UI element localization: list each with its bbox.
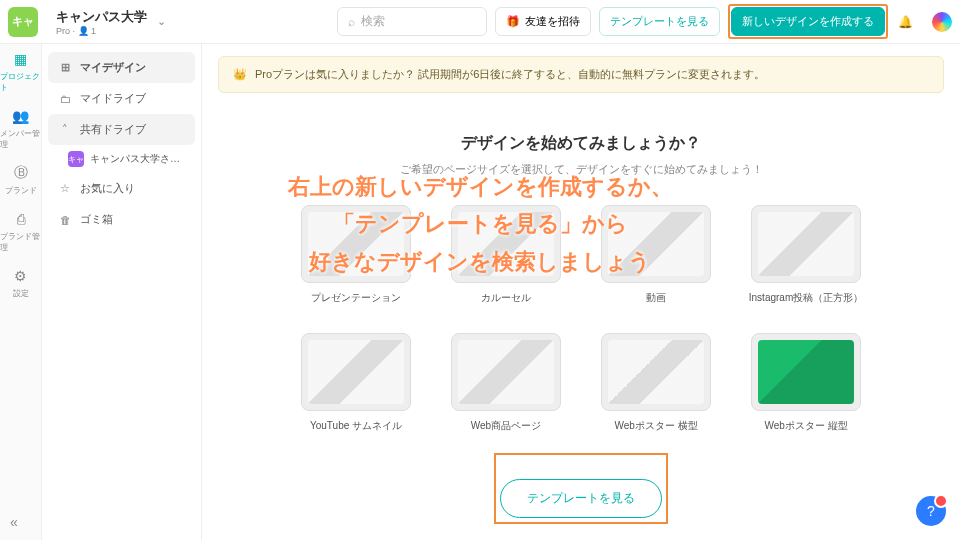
sidebar-shared-sub[interactable]: キャ キャンパス大学さまの共… — [48, 145, 195, 173]
card-instagram[interactable]: Instagram投稿（正方形） — [746, 205, 866, 305]
folder-icon: 🗀 — [58, 93, 72, 105]
grid-icon: ▦ — [12, 50, 30, 68]
rail-members[interactable]: 👥 メンバー管理 — [0, 107, 41, 150]
highlight-new-design: 新しいデザインを作成する — [728, 4, 888, 39]
workspace-title: キャンパス大学 — [56, 8, 147, 26]
highlight-see-templates: テンプレートを見る — [494, 453, 668, 524]
workspace-subtitle: Pro · 👤 1 — [56, 26, 147, 36]
card-video[interactable]: 動画 — [596, 205, 716, 305]
rail-brand-manage[interactable]: ⎙ ブランド管理 — [0, 210, 41, 253]
design-icon: ⊞ — [58, 61, 72, 74]
sidebar-my-design[interactable]: ⊞マイデザイン — [48, 52, 195, 83]
card-carousel[interactable]: カルーセル — [446, 205, 566, 305]
app-logo-icon[interactable] — [932, 12, 952, 32]
workspace-switcher[interactable]: キャンパス大学 Pro · 👤 1 ⌄ — [46, 8, 166, 36]
crown-icon: 👑 — [233, 68, 247, 81]
rail-settings[interactable]: ⚙ 設定 — [12, 267, 30, 299]
trash-icon: 🗑 — [58, 214, 72, 226]
sidebar: ⊞マイデザイン 🗀マイドライブ ˄共有ドライブ キャ キャンパス大学さまの共… … — [42, 44, 202, 540]
notifications-icon[interactable]: 🔔 — [896, 13, 914, 31]
search-placeholder: 検索 — [361, 13, 385, 30]
star-icon: ☆ — [58, 182, 72, 195]
brand-manage-icon: ⎙ — [12, 210, 30, 228]
brand-icon: Ⓑ — [12, 164, 30, 182]
hero-title: デザインを始めてみましょうか？ — [218, 133, 944, 154]
gear-icon: ⚙ — [12, 267, 30, 285]
chevron-up-icon: ˄ — [58, 123, 72, 136]
card-web-poster-h[interactable]: Webポスター 横型 — [596, 333, 716, 433]
nav-rail: ▦ プロジェクト 👥 メンバー管理 Ⓑ ブランド ⎙ ブランド管理 ⚙ 設定 — [0, 44, 42, 540]
card-web-product[interactable]: Web商品ページ — [446, 333, 566, 433]
view-templates-button[interactable]: テンプレートを見る — [599, 7, 720, 36]
hero: デザインを始めてみましょうか？ ご希望のページサイズを選択して、デザインをすぐに… — [218, 133, 944, 524]
rail-project[interactable]: ▦ プロジェクト — [0, 50, 41, 93]
gift-icon: 🎁 — [506, 15, 520, 28]
sidebar-favorites[interactable]: ☆お気に入り — [48, 173, 195, 204]
search-icon: ⌕ — [348, 15, 355, 29]
new-design-button[interactable]: 新しいデザインを作成する — [731, 7, 885, 36]
card-web-poster-v[interactable]: Webポスター 縦型 — [746, 333, 866, 433]
card-presentation[interactable]: プレゼンテーション — [296, 205, 416, 305]
hero-subtitle: ご希望のページサイズを選択して、デザインをすぐに始めてみましょう！ — [218, 162, 944, 177]
sidebar-my-drive[interactable]: 🗀マイドライブ — [48, 83, 195, 114]
main-content: 👑 Proプランは気に入りましたか？ 試用期間が6日後に終了すると、自動的に無料… — [202, 44, 960, 540]
template-cards-row-1: プレゼンテーション カルーセル 動画 Instagram投稿（正方形） — [218, 205, 944, 305]
template-cards-row-2: YouTube サムネイル Web商品ページ Webポスター 横型 Webポスタ… — [218, 333, 944, 433]
pro-trial-banner: 👑 Proプランは気に入りましたか？ 試用期間が6日後に終了すると、自動的に無料… — [218, 56, 944, 93]
invite-button[interactable]: 🎁 友達を招待 — [495, 7, 591, 36]
card-youtube[interactable]: YouTube サムネイル — [296, 333, 416, 433]
collapse-sidebar-icon[interactable]: « — [10, 514, 18, 530]
sidebar-shared-drive[interactable]: ˄共有ドライブ — [48, 114, 195, 145]
see-templates-button[interactable]: テンプレートを見る — [500, 479, 662, 518]
rail-brand[interactable]: Ⓑ ブランド — [5, 164, 37, 196]
topbar: キャ キャンパス大学 Pro · 👤 1 ⌄ ⌕ 検索 🎁 友達を招待 テンプレ… — [0, 0, 960, 44]
sidebar-trash[interactable]: 🗑ゴミ箱 — [48, 204, 195, 235]
brand-badge: キャ — [8, 7, 38, 37]
search-input[interactable]: ⌕ 検索 — [337, 7, 487, 36]
help-fab[interactable]: ? — [916, 496, 946, 526]
chevron-down-icon: ⌄ — [157, 15, 166, 28]
members-icon: 👥 — [12, 107, 30, 125]
shared-badge: キャ — [68, 151, 84, 167]
